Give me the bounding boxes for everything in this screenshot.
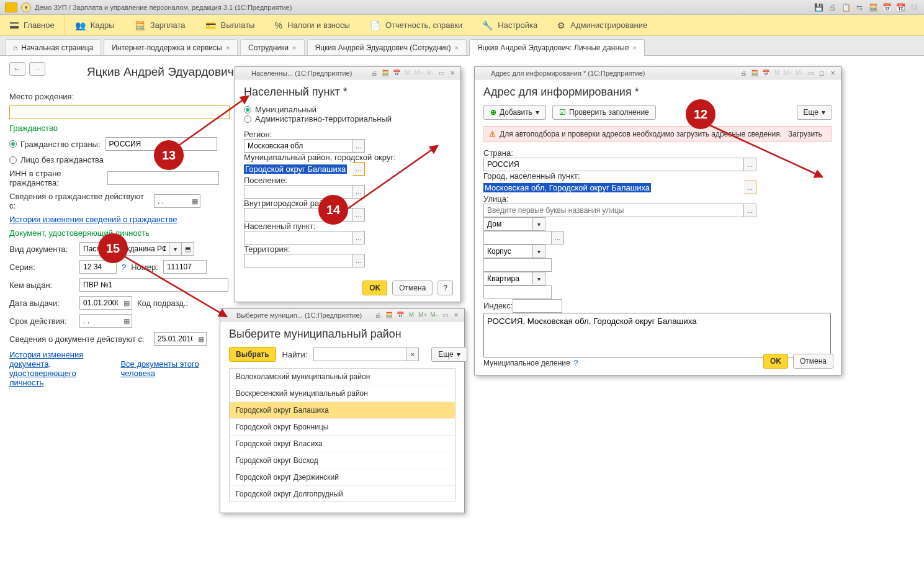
tab-employee-card[interactable]: Яцкив Андрей Эдуардович (Сотрудник)× bbox=[307, 39, 467, 55]
tab-employees[interactable]: Сотрудники× bbox=[240, 39, 304, 55]
mplus-icon[interactable]: M+ bbox=[418, 311, 427, 320]
region-input[interactable] bbox=[244, 139, 352, 153]
list-item[interactable]: Городской округ Власиха bbox=[230, 436, 455, 452]
country-input[interactable] bbox=[483, 158, 744, 171]
menu-personnel[interactable]: 👥Кадры bbox=[65, 15, 125, 36]
m-icon[interactable]: M bbox=[403, 69, 412, 78]
dropdown-icon[interactable]: ▾ bbox=[169, 242, 182, 256]
close-icon[interactable]: × bbox=[226, 44, 230, 52]
tab-home[interactable]: ⌂Начальная страница bbox=[5, 39, 101, 55]
district-input[interactable]: Городской округ Балашиха bbox=[244, 162, 352, 176]
ellipsis-icon[interactable]: … bbox=[744, 181, 756, 194]
territory-input[interactable] bbox=[244, 254, 352, 267]
locality-help-button[interactable]: ? bbox=[437, 281, 453, 295]
district-find-input[interactable] bbox=[313, 348, 406, 361]
print-icon[interactable]: 🖨 bbox=[739, 69, 748, 78]
close-icon[interactable]: × bbox=[632, 44, 636, 52]
print-icon[interactable]: 🖨 bbox=[370, 69, 379, 78]
birthplace-input[interactable] bbox=[9, 105, 230, 119]
minimize-icon[interactable]: ▭ bbox=[437, 69, 446, 78]
building-value-input[interactable] bbox=[483, 258, 552, 272]
close-icon[interactable]: ✕ bbox=[452, 311, 460, 320]
inn-input[interactable] bbox=[107, 171, 219, 185]
menu-main[interactable]: Главное bbox=[0, 15, 65, 36]
ellipsis-icon[interactable]: … bbox=[352, 208, 365, 222]
modal-address-titlebar[interactable]: Адрес для информирования * (1С:Предприят… bbox=[475, 67, 841, 79]
nav-forward-button[interactable]: → bbox=[29, 62, 45, 76]
close-icon[interactable]: ✕ bbox=[828, 69, 837, 78]
radio-stateless[interactable]: Лицо без гражданства bbox=[9, 155, 104, 164]
doc-history-link[interactable]: История изменения документа, удостоверяю… bbox=[9, 350, 112, 387]
ellipsis-icon[interactable]: … bbox=[744, 158, 756, 171]
m-icon[interactable]: M bbox=[407, 311, 416, 320]
calendar-icon[interactable]: 📅 bbox=[396, 311, 405, 320]
house-value-input[interactable] bbox=[483, 231, 552, 245]
open-icon[interactable]: ⬒ bbox=[182, 242, 194, 256]
ellipsis-icon[interactable]: … bbox=[352, 254, 365, 267]
address-add-button[interactable]: ⊕Добавить ▾ bbox=[483, 105, 546, 120]
calendar-icon[interactable]: ▦ bbox=[123, 317, 130, 325]
mminus-icon[interactable]: M- bbox=[795, 69, 804, 78]
all-docs-link[interactable]: Все документы этого человека bbox=[120, 359, 233, 378]
menu-taxes[interactable]: %Налоги и взносы bbox=[264, 15, 360, 36]
address-text-area[interactable] bbox=[483, 313, 831, 357]
menu-salary[interactable]: 🧮Зарплата bbox=[125, 15, 195, 36]
tab-personal-data[interactable]: Яцкив Андрей Эдуардович: Личные данные× bbox=[469, 39, 645, 55]
menu-settings[interactable]: 🔧Настройка bbox=[472, 15, 547, 36]
address-cancel-button[interactable]: Отмена bbox=[793, 354, 833, 369]
ellipsis-icon[interactable]: … bbox=[352, 139, 365, 153]
tb-calc-icon[interactable]: 🧮 bbox=[868, 2, 878, 12]
print-icon[interactable]: 🖨 bbox=[374, 311, 382, 320]
mplus-icon[interactable]: M+ bbox=[415, 69, 423, 78]
radio-municipal[interactable]: Муниципальный bbox=[244, 105, 452, 114]
ellipsis-icon[interactable]: … bbox=[352, 185, 365, 199]
nav-back-button[interactable]: ← bbox=[9, 62, 25, 76]
list-item[interactable]: Городской округ Восход bbox=[230, 452, 455, 469]
minimize-icon[interactable]: ▭ bbox=[806, 69, 815, 78]
locality-sub-input[interactable] bbox=[244, 231, 352, 245]
list-item[interactable]: Городской округ Долгопрудный bbox=[230, 486, 455, 501]
radio-citizenship-country[interactable]: Гражданство страны: bbox=[9, 140, 101, 149]
calendar-icon[interactable]: 📅 bbox=[392, 69, 401, 78]
issued-by-input[interactable] bbox=[79, 278, 228, 292]
list-item[interactable]: Волоколамский муниципальный район bbox=[230, 369, 455, 385]
mminus-icon[interactable]: M- bbox=[426, 69, 434, 78]
locality-ok-button[interactable]: OK bbox=[362, 281, 387, 295]
calendar-icon[interactable]: 📅 bbox=[761, 69, 770, 78]
menu-payments[interactable]: 💳Выплаты bbox=[195, 15, 265, 36]
city-input[interactable]: Московская обл, Городской округ Балашиха bbox=[483, 181, 744, 194]
maximize-icon[interactable]: ◻ bbox=[817, 69, 826, 78]
ellipsis-icon[interactable]: … bbox=[552, 231, 564, 245]
ellipsis-icon[interactable]: … bbox=[744, 204, 756, 217]
street-input[interactable] bbox=[483, 204, 744, 217]
calendar-icon[interactable]: ▦ bbox=[198, 335, 204, 343]
clear-icon[interactable]: × bbox=[406, 348, 419, 361]
calc-icon[interactable]: 🧮 bbox=[385, 311, 393, 320]
calendar-icon[interactable]: ▦ bbox=[123, 299, 130, 307]
address-ok-button[interactable]: OK bbox=[763, 354, 788, 369]
tb-m-icon[interactable]: M bbox=[909, 2, 919, 12]
radio-adm[interactable]: Административно-территориальный bbox=[244, 114, 452, 123]
citizenship-history-link[interactable]: История изменения сведений о гражданстве bbox=[9, 215, 177, 224]
dropdown-icon[interactable]: ▾ bbox=[533, 272, 545, 285]
list-item[interactable]: Городской округ Бронницы bbox=[230, 419, 455, 436]
list-item-selected[interactable]: Городской округ Балашиха bbox=[230, 402, 455, 419]
district-more-button[interactable]: Еще ▾ bbox=[431, 347, 467, 362]
flat-type-select[interactable] bbox=[483, 272, 533, 285]
dropdown-icon[interactable]: ▾ bbox=[533, 217, 545, 231]
help-icon[interactable]: ? bbox=[574, 359, 578, 367]
list-item[interactable]: Городской округ Дзержинский bbox=[230, 469, 455, 486]
ellipsis-icon[interactable]: … bbox=[352, 231, 365, 245]
help-icon[interactable]: ? bbox=[122, 263, 126, 272]
modal-locality-titlebar[interactable]: Населенны... (1С:Предприятие) 🖨 🧮 📅 M M+… bbox=[235, 67, 460, 79]
building-type-select[interactable] bbox=[483, 245, 533, 258]
district-select-button[interactable]: Выбрать bbox=[229, 347, 276, 362]
close-icon[interactable]: × bbox=[292, 44, 296, 52]
m-icon[interactable]: M bbox=[773, 69, 781, 78]
load-classifier-link[interactable]: Загрузить bbox=[788, 130, 822, 138]
calc-icon[interactable]: 🧮 bbox=[750, 69, 759, 78]
tb-save-icon[interactable]: 💾 bbox=[814, 2, 823, 12]
menu-admin[interactable]: ⚙Администрирование bbox=[547, 15, 657, 36]
tb-print-icon[interactable]: 🖨 bbox=[827, 2, 837, 12]
calendar-icon[interactable]: ▦ bbox=[192, 197, 198, 205]
